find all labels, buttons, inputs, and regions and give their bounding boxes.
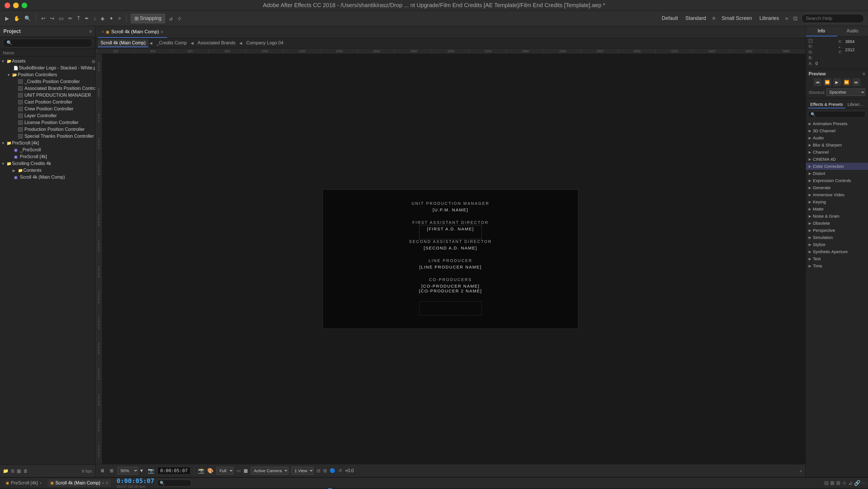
snap-icon[interactable]: ⊿: [167, 14, 174, 23]
tl-close-icon2[interactable]: ×: [102, 481, 104, 485]
tree-item-position-controllers[interactable]: ▼ 📂 Position Controllers: [0, 71, 95, 78]
expand-icon[interactable]: ⊿: [799, 469, 802, 473]
rp-tab-info[interactable]: Info: [806, 26, 837, 36]
effect-item-simulation[interactable]: ▶ Simulation: [806, 234, 868, 241]
effect-item-keying[interactable]: ▶ Keying: [806, 198, 868, 205]
new-folder-icon[interactable]: 📁: [3, 468, 8, 473]
text-tool[interactable]: T: [76, 14, 81, 23]
eff-tab-effects[interactable]: Effects & Presets: [808, 101, 845, 108]
tree-item-prescroll-comp2[interactable]: ▣ PreScroll [4k]: [0, 153, 95, 160]
nav-tab-credits[interactable]: _Credits Comp: [153, 39, 190, 47]
effect-item-distort[interactable]: ▶ Distort: [806, 170, 868, 177]
nav-tab-logo[interactable]: Company Logo 04: [243, 39, 286, 47]
nav-tab-brands[interactable]: Associated Brands: [195, 39, 238, 47]
tree-item-scroll-main[interactable]: ▣ Scroll 4k (Main Comp): [0, 174, 95, 181]
prev-play-btn[interactable]: ▶: [833, 78, 841, 86]
color-picker-icon[interactable]: 🎨: [207, 468, 213, 474]
tree-item-assets[interactable]: ▼ 📁 Assets ▤: [0, 58, 95, 64]
tree-item-contents[interactable]: ▶ 📁 Contents: [0, 167, 95, 174]
clone-tool[interactable]: ↓: [92, 14, 97, 23]
tl-ctrl-3[interactable]: ⊞: [836, 480, 840, 486]
tl-ctrl-1[interactable]: ⊟: [824, 480, 829, 486]
maximize-button[interactable]: [22, 3, 27, 8]
tree-item-cast-position[interactable]: UNIT PRODUCTION MANAGER: [0, 92, 95, 99]
tl-ctrl-4[interactable]: ⊹: [842, 480, 846, 486]
effect-item-time[interactable]: ▶ Time: [806, 262, 868, 269]
3d-view-icon[interactable]: ⊟: [317, 468, 320, 473]
comp-viewport[interactable]: 400 600 800 1000 1200 1400 1600 1800 200…: [95, 54, 805, 464]
effect-item-text[interactable]: ▶ Text: [806, 255, 868, 262]
project-search-input[interactable]: [3, 39, 92, 47]
effect-item-synthetic[interactable]: ▶ Synthetic Aperture: [806, 248, 868, 255]
import-icon[interactable]: ⊞: [11, 468, 14, 473]
redo-tool[interactable]: ↪: [49, 14, 55, 23]
tree-item-studiobinder-logo[interactable]: 📄 StudioBinder Logo - Stacked - White.pd…: [0, 64, 95, 71]
shortcut-select[interactable]: Spacebar: [826, 88, 865, 96]
prev-back-btn[interactable]: ⏪: [824, 78, 831, 86]
prev-fwd-btn[interactable]: ⏩: [843, 78, 851, 86]
contents-toggle[interactable]: ▶: [12, 168, 17, 173]
tree-item-production-position[interactable]: Production Position Controller: [0, 126, 95, 133]
fast-preview-icon[interactable]: 🔵: [330, 468, 335, 473]
grid-icon[interactable]: ⊞: [108, 467, 115, 474]
workspace-more-icon[interactable]: »: [784, 14, 789, 23]
camera-select[interactable]: Active Camera: [251, 467, 288, 474]
effect-item-blur[interactable]: ▶ Blur & Sharpen: [806, 141, 868, 148]
tree-item-license-position[interactable]: License Position Controller: [0, 119, 95, 126]
comp-settings-icon[interactable]: ≡: [161, 30, 163, 34]
eff-tab-libraries[interactable]: Librari...: [845, 101, 865, 108]
tl-close-icon1[interactable]: ×: [39, 481, 42, 485]
effect-item-animation[interactable]: ▶ Animation Presets: [806, 120, 868, 127]
effect-item-obsolete[interactable]: ▶ Obsolete: [806, 220, 868, 227]
tl-settings-icon[interactable]: ≡: [106, 481, 108, 485]
view-select[interactable]: 1 View: [291, 467, 314, 474]
tl-ctrl-7[interactable]: ⏤: [862, 480, 865, 486]
motion-sketch-icon[interactable]: ⊹: [176, 14, 183, 23]
tl-ctrl-2[interactable]: ⊠: [830, 480, 834, 486]
workspace-standard[interactable]: Standard: [683, 14, 708, 23]
effect-item-noise[interactable]: ▶ Noise & Grain: [806, 212, 868, 220]
tl-time-display[interactable]: 0:00:05:07: [117, 477, 154, 485]
minimize-button[interactable]: [13, 3, 19, 8]
effect-item-color-correction[interactable]: ▶ Color Correction: [806, 163, 868, 170]
close-button[interactable]: [4, 3, 10, 8]
new-comp-icon[interactable]: ▦: [17, 468, 21, 473]
tree-item-cast-pos-ctrl[interactable]: Cast Position Controller: [0, 99, 95, 106]
effect-item-matte[interactable]: ▶ Matte: [806, 205, 868, 212]
workspace-menu-icon[interactable]: ≡: [711, 14, 716, 23]
puppet-tool[interactable]: ⟡: [117, 14, 123, 23]
workspace-default[interactable]: Default: [659, 14, 680, 23]
prev-first-btn[interactable]: ⏮: [814, 78, 822, 86]
effect-item-stylize[interactable]: ▶ Stylize: [806, 241, 868, 248]
refresh-icon[interactable]: ↺: [338, 468, 342, 473]
render-preview-icon[interactable]: ⊞: [323, 468, 327, 473]
monitor-icon[interactable]: 🖥: [99, 467, 106, 474]
delete-icon[interactable]: 🗑: [23, 468, 28, 473]
zoom-select[interactable]: 50% 100%: [117, 467, 138, 474]
region-icon[interactable]: ▭: [237, 468, 241, 473]
tree-item-assocbrands-position[interactable]: Associated Brands Positioin Controller: [0, 85, 95, 92]
rp-tab-audio[interactable]: Audio: [837, 26, 868, 36]
rect-tool[interactable]: ▭: [58, 14, 65, 23]
search-input[interactable]: [802, 14, 864, 23]
tree-item-special-thanks-position[interactable]: Special Thanks Position Controller: [0, 133, 95, 140]
pen-tool[interactable]: ✏: [67, 14, 73, 23]
hand-tool[interactable]: ✋: [12, 14, 21, 23]
camera-icon[interactable]: 📷: [147, 466, 155, 475]
tl-ctrl-6[interactable]: 🔗: [854, 480, 860, 486]
effects-search-input[interactable]: [808, 111, 866, 118]
tree-item-scrolling-credits[interactable]: ▼ 📁 Scrolling Credits 4k: [0, 160, 95, 167]
select-tool[interactable]: ▶: [4, 14, 10, 23]
tl-ctrl-5[interactable]: ⊿: [848, 480, 852, 486]
assets-toggle[interactable]: ▼: [1, 59, 6, 63]
effect-item-expression[interactable]: ▶ Expression Controls: [806, 177, 868, 184]
effect-item-generate[interactable]: ▶ Generate: [806, 184, 868, 191]
undo-tool[interactable]: ↩: [40, 14, 46, 23]
toggle-transparency-icon[interactable]: ▩: [244, 468, 248, 473]
time-code[interactable]: 0:00:05:07: [158, 467, 190, 474]
scrolling-toggle[interactable]: ▼: [1, 162, 6, 166]
tree-item-crew-position[interactable]: Crew Position Controller: [0, 106, 95, 112]
prev-last-btn[interactable]: ⏭: [852, 78, 860, 86]
comp-close-icon[interactable]: ×: [102, 30, 104, 34]
workspace-small-screen[interactable]: Small Screen: [719, 14, 754, 23]
